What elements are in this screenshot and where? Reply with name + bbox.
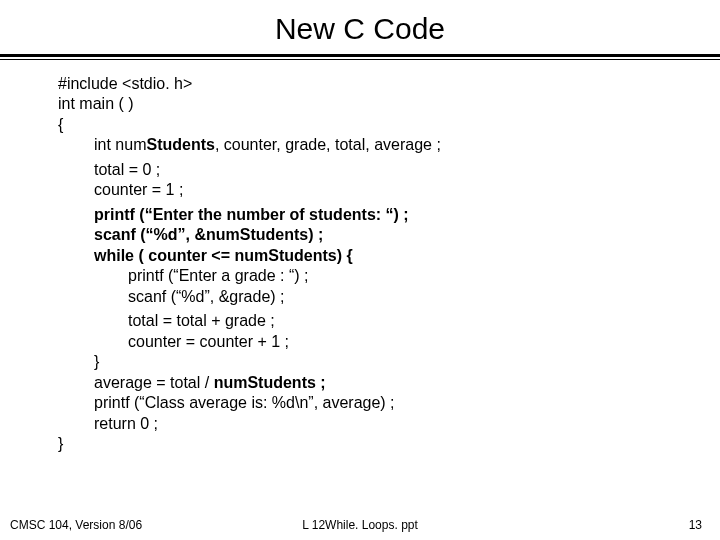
code-line: scanf (“%d”, &numStudents) ; bbox=[58, 225, 720, 245]
code-line: } bbox=[58, 434, 720, 454]
title-divider bbox=[0, 54, 720, 60]
code-text-bold: Students) ; bbox=[240, 226, 324, 243]
code-line: } bbox=[58, 352, 720, 372]
code-line: while ( counter <= numStudents) { bbox=[58, 246, 720, 266]
code-line: { bbox=[58, 115, 720, 135]
code-line: printf (“Class average is: %d\n”, averag… bbox=[58, 393, 720, 413]
code-text: , counter, grade, total, average ; bbox=[215, 136, 441, 153]
code-line: total = total + grade ; bbox=[58, 311, 720, 331]
footer-page-number: 13 bbox=[689, 518, 702, 532]
code-line: scanf (“%d”, &grade) ; bbox=[58, 287, 720, 307]
code-line: counter = counter + 1 ; bbox=[58, 332, 720, 352]
code-text-bold: Students bbox=[146, 136, 214, 153]
code-line: int main ( ) bbox=[58, 94, 720, 114]
code-text: average = total / bbox=[94, 374, 214, 391]
code-line: return 0 ; bbox=[58, 414, 720, 434]
code-line: total = 0 ; bbox=[58, 160, 720, 180]
code-line: average = total / numStudents ; bbox=[58, 373, 720, 393]
code-text-bold: printf (“Enter the number of students: “… bbox=[94, 206, 409, 223]
code-text-bold: Students) { bbox=[268, 247, 352, 264]
code-text-bold: while ( counter <= num bbox=[94, 247, 268, 264]
slide-title: New C Code bbox=[0, 0, 720, 54]
footer-left: CMSC 104, Version 8/06 bbox=[10, 518, 142, 532]
code-line: printf (“Enter the number of students: “… bbox=[58, 205, 720, 225]
code-text: int num bbox=[94, 136, 146, 153]
code-line: #include <stdio. h> bbox=[58, 74, 720, 94]
footer-center: L 12While. Loops. ppt bbox=[302, 518, 418, 532]
code-text-bold: scanf (“%d”, &num bbox=[94, 226, 240, 243]
code-text-bold: Students ; bbox=[247, 374, 325, 391]
code-line: counter = 1 ; bbox=[58, 180, 720, 200]
code-line: printf (“Enter a grade : “) ; bbox=[58, 266, 720, 286]
code-text-bold: num bbox=[214, 374, 248, 391]
code-block: #include <stdio. h> int main ( ) { int n… bbox=[0, 60, 720, 454]
code-line: int numStudents, counter, grade, total, … bbox=[58, 135, 720, 155]
